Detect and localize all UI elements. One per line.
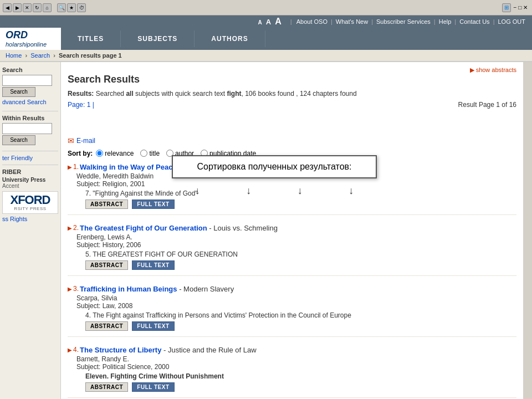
browser-toolbar: ◀ ▶ ✕ ↻ ⌂ 🔍 ★ ⏱ ⊞ − □ ✕ (0, 0, 532, 16)
abstract-btn-4[interactable]: ABSTRACT (85, 382, 128, 392)
result-subtitle-2: - Louis vs. Schmeling (207, 224, 278, 232)
logo-area: ORD holarshiponline (0, 28, 61, 50)
email-link[interactable]: E-mail (76, 137, 95, 145)
font-size-controls: A A A (257, 17, 283, 27)
sidebar-within-section: Within Results Search (2, 115, 58, 145)
sidebar-search-input[interactable] (2, 75, 52, 86)
arrow-1: ↓ (195, 185, 200, 197)
about-oso-link[interactable]: About OSO (296, 18, 328, 25)
sidebar-divider-2 (2, 151, 58, 151)
arrow-3: ↓ (298, 185, 303, 197)
home-button[interactable]: ⌂ (43, 3, 52, 12)
breadcrumb-home[interactable]: Home (6, 52, 22, 59)
breadcrumb: Home › Search › Search results page 1 (0, 50, 532, 62)
triangle-icon-4: ▶ (68, 347, 72, 353)
help-link[interactable]: Help (439, 18, 452, 25)
history-button[interactable]: ⏱ (77, 3, 86, 12)
advanced-search-link[interactable]: dvanced Search (2, 99, 58, 105)
arrow-4: ↓ (349, 185, 354, 197)
abstract-btn-2[interactable]: ABSTRACT (85, 260, 128, 270)
result-btns-3: ABSTRACT FULL TEXT (85, 321, 516, 331)
result-number-2: 2. (73, 224, 79, 232)
sidebar: Search Search dvanced Search Within Resu… (0, 62, 61, 399)
back-button[interactable]: ◀ (3, 3, 12, 12)
logout-link[interactable]: LOG OUT (498, 18, 525, 25)
nav-tabs: TITLES SUBJECTS AUTHORS (61, 30, 532, 47)
result-title-4[interactable]: The Structure of Liberty (80, 346, 161, 354)
result-btns-2: ABSTRACT FULL TEXT (85, 260, 516, 270)
result-btns-4: ABSTRACT FULL TEXT (85, 382, 516, 392)
sidebar-within-label: Within Results (2, 115, 58, 121)
logo-line2: holarshiponline (6, 41, 55, 48)
result-subject-4: Subject: Political Science, 2000 (76, 363, 516, 371)
windows-button[interactable]: ⊞ (502, 3, 511, 12)
sort-title[interactable]: title (140, 150, 160, 157)
sidebar-within-input[interactable] (2, 123, 52, 134)
result-number-3: 3. (73, 285, 79, 293)
page-title: Search Results (68, 74, 516, 85)
university-press-label: University Press (2, 177, 58, 183)
result-item-4: ▶ 4. The Structure of Liberty - Justice … (68, 346, 516, 398)
scrollbar[interactable] (523, 62, 532, 399)
show-abstracts-link[interactable]: show abstracts (470, 66, 516, 74)
subscriber-label: RIBER (2, 168, 58, 175)
fulltext-btn-2[interactable]: FULL TEXT (132, 260, 174, 270)
forward-button[interactable]: ▶ (13, 3, 22, 12)
search-browser-button[interactable]: 🔍 (57, 3, 66, 12)
whats-new-link[interactable]: What's New (336, 18, 368, 25)
oxford-subtext: RSITY PRESS (5, 206, 55, 211)
sidebar-search-button[interactable]: Search (2, 87, 35, 97)
result-btns-1: ABSTRACT FULL TEXT (85, 200, 516, 209)
result-subtitle-3: - Modern Slavery (177, 285, 234, 293)
favorites-button[interactable]: ★ (67, 3, 76, 12)
accent-label: Accent (2, 183, 58, 189)
result-number-1: 1. (73, 163, 79, 171)
result-item-3: ▶ 3. Trafficking in Human Beings - Moder… (68, 285, 516, 337)
contact-us-link[interactable]: Contact Us (459, 18, 489, 25)
result-subtitle-4: - Justice and the Rule of Law (161, 346, 256, 354)
press-rights-link[interactable]: ss Rights (2, 216, 58, 222)
sort-relevance[interactable]: relevance (96, 150, 134, 157)
result-item-2: ▶ 2. The Greatest Fight of Our Generatio… (68, 224, 516, 276)
abstract-btn-3[interactable]: ABSTRACT (85, 321, 128, 331)
result-chapter-4: Eleven. Fighting Crime Without Punishmen… (85, 372, 516, 380)
result-header-row-4: ▶ 4. The Structure of Liberty - Justice … (68, 346, 516, 354)
result-title-3[interactable]: Trafficking in Human Beings (80, 285, 177, 293)
breadcrumb-current: Search results page 1 (59, 52, 122, 59)
nav-tab-authors[interactable]: AUTHORS (195, 30, 265, 47)
subscriber-services-link[interactable]: Subscriber Services (376, 18, 431, 25)
fulltext-btn-3[interactable]: FULL TEXT (132, 321, 174, 331)
fulltext-btn-4[interactable]: FULL TEXT (132, 382, 174, 392)
fulltext-btn-1[interactable]: FULL TEXT (132, 200, 174, 209)
result-author-3: Scarpa, Silvia (76, 294, 516, 302)
result-title-1[interactable]: Walking in the Way of Peace (80, 163, 177, 171)
site-header: A A A | About OSO | What's New | Subscri… (0, 16, 532, 62)
result-author-2: Erenberg, Lewis A. (76, 233, 516, 241)
email-row: ✉ E-mail (68, 136, 516, 145)
result-chapter-2: 5. THE GREATEST FIGHT OF OUR GENERATION (85, 250, 516, 258)
top-navigation: A A A | About OSO | What's New | Subscri… (0, 16, 532, 28)
abstract-btn-1[interactable]: ABSTRACT (85, 200, 128, 209)
email-icon: ✉ (68, 136, 74, 145)
font-size-a-small[interactable]: A (258, 19, 262, 25)
main-navigation: ORD holarshiponline TITLES SUBJECTS AUTH… (0, 28, 532, 50)
font-size-a-medium[interactable]: A (266, 18, 271, 26)
font-size-a-large[interactable]: A (275, 17, 282, 26)
page-links[interactable]: Page: 1 | (68, 101, 94, 109)
triangle-icon-2: ▶ (68, 225, 72, 231)
triangle-icon-1: ▶ (68, 164, 72, 170)
stop-button[interactable]: ✕ (23, 3, 32, 12)
nav-tab-titles[interactable]: TITLES (61, 30, 121, 47)
oxford-logo: XFORD RSITY PRESS (2, 191, 58, 214)
sort-relevance-radio[interactable] (96, 150, 103, 157)
nav-tab-subjects[interactable]: SUBJECTS (121, 30, 195, 47)
sort-title-radio[interactable] (140, 150, 147, 157)
pagination-row: Page: 1 | Result Page 1 of 16 (68, 101, 516, 109)
printer-friendly-link[interactable]: ter Friendly (2, 155, 58, 161)
result-subject-3: Subject: Law, 2008 (76, 302, 516, 310)
sidebar-divider-1 (2, 111, 58, 111)
refresh-button[interactable]: ↻ (33, 3, 42, 12)
breadcrumb-search[interactable]: Search (30, 52, 50, 59)
result-title-2[interactable]: The Greatest Fight of Our Generation (80, 224, 207, 232)
sidebar-within-button[interactable]: Search (2, 135, 35, 145)
